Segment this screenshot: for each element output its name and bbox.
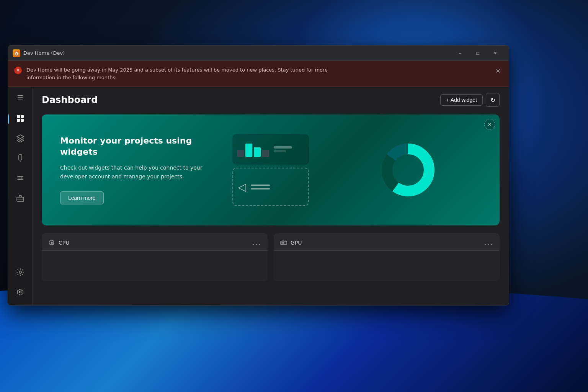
donut-chart-svg — [377, 139, 439, 201]
maximize-button[interactable]: □ — [469, 46, 487, 61]
promo-content: Monitor your projects using widgets Chec… — [42, 120, 233, 220]
svg-point-11 — [19, 179, 20, 180]
gpu-title-row: GPU — [280, 239, 302, 247]
widget-preview-bottom: ◁ — [232, 168, 309, 206]
refresh-icon: ↻ — [490, 96, 495, 104]
refresh-button[interactable]: ↻ — [486, 93, 500, 107]
gpu-widget-body — [274, 251, 500, 281]
line-1 — [251, 185, 270, 186]
cpu-widget-header: CPU ... — [42, 233, 268, 251]
bar-chart-preview — [237, 142, 269, 157]
bar-4 — [262, 150, 269, 157]
svg-point-9 — [18, 176, 20, 177]
lines-control — [251, 185, 270, 189]
gpu-widget-header: GPU ... — [274, 233, 500, 251]
svg-rect-31 — [282, 242, 283, 243]
cpu-widget-body — [42, 251, 268, 281]
tools-icon — [16, 174, 24, 184]
title-bar: 🏠 Dev Home (Dev) − □ ✕ — [8, 46, 509, 61]
learn-more-button[interactable]: Learn more — [60, 191, 104, 204]
svg-point-15 — [19, 291, 21, 293]
scroll-area: Monitor your projects using widgets Chec… — [33, 110, 509, 305]
svg-rect-32 — [283, 242, 284, 243]
promo-description: Check out widgets that can help you conn… — [60, 163, 215, 181]
cpu-title-row: CPU — [48, 239, 69, 247]
cpu-icon — [48, 239, 56, 247]
graphic-pie-chart — [317, 139, 500, 201]
graphic-widget-previews: ◁ — [225, 114, 317, 225]
alert-close-button[interactable]: ✕ — [493, 66, 503, 75]
svg-rect-21 — [51, 242, 53, 243]
sidebar-item-settings[interactable] — [11, 264, 29, 282]
promo-banner: Monitor your projects using widgets Chec… — [42, 114, 500, 225]
svg-rect-2 — [17, 119, 20, 122]
widget-preview-top — [232, 134, 309, 165]
add-widget-label: + Add widget — [446, 97, 477, 103]
layers-icon — [16, 134, 24, 144]
window-title: Dev Home (Dev) — [23, 50, 451, 56]
gpu-more-button[interactable]: ... — [485, 238, 493, 247]
promo-close-button[interactable]: ✕ — [484, 119, 495, 130]
widgets-row: CPU ... — [42, 233, 500, 281]
sidebar-item-layers[interactable] — [11, 130, 29, 148]
sidebar-menu-button[interactable]: ☰ — [11, 90, 29, 105]
svg-point-10 — [21, 177, 22, 178]
sidebar-item-more-settings[interactable] — [11, 284, 29, 302]
alert-banner: ✕ Dev Home will be going away in May 202… — [8, 61, 509, 87]
cpu-more-button[interactable]: ... — [253, 238, 261, 247]
app-window: 🏠 Dev Home (Dev) − □ ✕ ✕ Dev Home will b… — [8, 45, 509, 305]
content-area: Dashboard + Add widget ↻ Monitor your pr… — [33, 87, 509, 305]
sidebar-item-device[interactable] — [11, 150, 29, 168]
sidebar-bottom — [11, 264, 29, 302]
hamburger-icon: ☰ — [17, 94, 23, 102]
header-actions: + Add widget ↻ — [440, 93, 500, 107]
bar-2 — [245, 144, 252, 157]
svg-rect-3 — [21, 119, 24, 122]
page-title: Dashboard — [42, 95, 98, 105]
add-widget-button[interactable]: + Add widget — [440, 94, 483, 106]
sidebar-item-tools[interactable] — [11, 170, 29, 188]
close-icon: ✕ — [487, 121, 492, 127]
bar-1 — [237, 150, 244, 157]
promo-title: Monitor your projects using widgets — [60, 136, 215, 157]
cpu-widget: CPU ... — [42, 233, 268, 281]
app-icon: 🏠 — [13, 49, 20, 57]
gpu-icon — [280, 239, 287, 247]
label-line-2 — [274, 150, 286, 152]
play-control-icon: ◁ — [238, 181, 246, 193]
label-line-1 — [274, 146, 292, 149]
device-icon — [16, 154, 24, 164]
bar-3 — [254, 147, 261, 157]
chart-labels — [274, 146, 304, 152]
minimize-button[interactable]: − — [451, 46, 469, 61]
dashboard-icon — [16, 114, 24, 124]
svg-rect-1 — [21, 115, 24, 118]
close-button[interactable]: ✕ — [487, 46, 504, 61]
cpu-title-label: CPU — [59, 240, 69, 246]
promo-graphic: ◁ — [225, 114, 500, 225]
alert-text: Dev Home will be going away in May 2025 … — [26, 66, 489, 81]
gear-icon — [16, 268, 24, 278]
svg-point-14 — [19, 271, 21, 273]
line-2 — [251, 188, 270, 189]
sidebar-item-toolbox[interactable] — [11, 189, 29, 208]
sidebar-item-dashboard[interactable] — [11, 110, 29, 128]
alert-icon: ✕ — [14, 67, 22, 74]
sidebar: ☰ — [8, 87, 33, 305]
gpu-title-label: GPU — [291, 240, 302, 246]
gpu-widget: GPU ... — [274, 233, 500, 281]
settings2-icon — [16, 288, 24, 298]
toolbox-icon — [16, 194, 24, 204]
svg-rect-4 — [19, 155, 22, 160]
content-header: Dashboard + Add widget ↻ — [33, 87, 509, 110]
main-layout: ☰ — [8, 87, 509, 305]
svg-rect-0 — [17, 115, 20, 118]
window-controls: − □ ✕ — [451, 46, 504, 61]
